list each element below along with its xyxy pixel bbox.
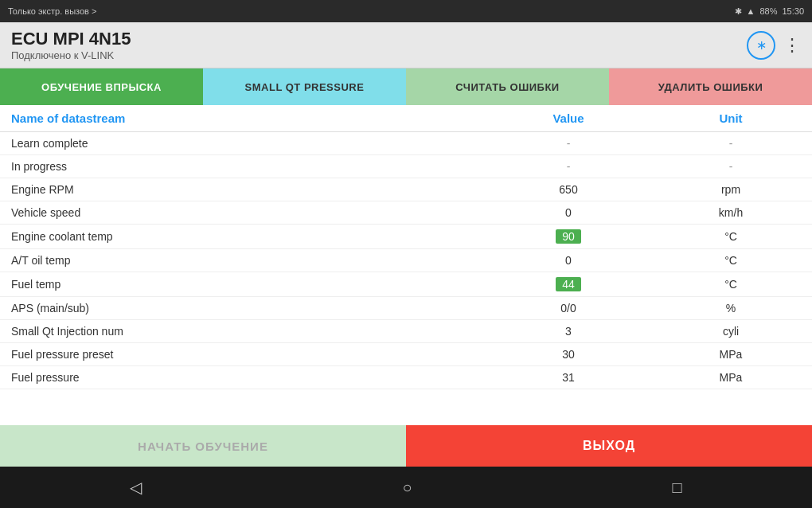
row-value: 44 <box>487 272 650 297</box>
wifi-status-icon: ▲ <box>747 6 755 16</box>
injection-button[interactable]: ОБУЧЕНИЕ ВПРЫСКА <box>0 68 203 105</box>
row-name: A/T oil temp <box>0 249 487 272</box>
row-unit: cyli <box>650 320 812 343</box>
nav-bar: ◁ ○ □ <box>0 467 812 508</box>
col-header-name: Name of datastream <box>0 105 487 132</box>
row-unit: °C <box>650 225 812 249</box>
app-container: ECU MPI 4N15 Подключено к V-LINK ∗ ⋮ ОБУ… <box>0 22 812 467</box>
start-learning-button[interactable]: НАЧАТЬ ОБУЧЕНИЕ <box>0 425 406 467</box>
header-title-block: ECU MPI 4N15 Подключено к V-LINK <box>11 29 131 61</box>
row-value: 90 <box>487 225 650 249</box>
row-unit: MPa <box>650 343 812 366</box>
ecu-title: ECU MPI 4N15 <box>11 29 131 49</box>
col-header-unit: Unit <box>650 105 812 132</box>
row-unit: °C <box>650 249 812 272</box>
row-unit: km/h <box>650 201 812 225</box>
table-row: In progress-- <box>0 155 812 178</box>
bottom-bar: НАЧАТЬ ОБУЧЕНИЕ ВЫХОД <box>0 425 812 467</box>
row-name: In progress <box>0 155 487 178</box>
row-name: Fuel temp <box>0 272 487 297</box>
row-value: 0 <box>487 249 650 272</box>
col-header-value: Value <box>487 105 650 132</box>
table-row: Small Qt Injection num3cyli <box>0 320 812 343</box>
more-dots-icon: ⋮ <box>783 35 801 55</box>
read-errors-button[interactable]: СЧИТАТЬ ОШИБКИ <box>406 68 609 105</box>
table-row: Fuel temp44°C <box>0 272 812 297</box>
row-value: 650 <box>487 178 650 201</box>
row-value: 31 <box>487 366 650 389</box>
table-row: Vehicle speed0km/h <box>0 201 812 225</box>
row-unit: °C <box>650 272 812 297</box>
datastream-table-container: Name of datastream Value Unit Learn comp… <box>0 105 812 425</box>
table-row: Fuel pressure preset30MPa <box>0 343 812 366</box>
exit-button[interactable]: ВЫХОД <box>406 425 812 467</box>
battery-status: 88% <box>759 6 777 16</box>
row-value: 0/0 <box>487 297 650 320</box>
row-name: Fuel pressure <box>0 366 487 389</box>
row-unit: rpm <box>650 178 812 201</box>
row-value: - <box>487 132 650 155</box>
recents-nav-button[interactable]: □ <box>672 479 681 497</box>
delete-errors-button[interactable]: УДАЛИТЬ ОШИБКИ <box>609 68 812 105</box>
row-unit: MPa <box>650 366 812 389</box>
table-row: Fuel pressure31MPa <box>0 366 812 389</box>
row-name: Learn complete <box>0 132 487 155</box>
header-icons: ∗ ⋮ <box>747 31 801 60</box>
table-header-row: Name of datastream Value Unit <box>0 105 812 132</box>
row-value: 3 <box>487 320 650 343</box>
row-value: 30 <box>487 343 650 366</box>
table-row: APS (main/sub)0/0% <box>0 297 812 320</box>
table-row: Engine RPM650rpm <box>0 178 812 201</box>
row-name: Fuel pressure preset <box>0 343 487 366</box>
row-unit: - <box>650 155 812 178</box>
row-value: 0 <box>487 201 650 225</box>
table-body: Learn complete--In progress--Engine RPM6… <box>0 132 812 389</box>
bluetooth-icon: ∗ <box>756 37 767 53</box>
more-button[interactable]: ⋮ <box>783 35 801 56</box>
row-name: Small Qt Injection num <box>0 320 487 343</box>
status-bar-right: ✱ ▲ 88% 15:30 <box>735 6 804 17</box>
row-name: APS (main/sub) <box>0 297 487 320</box>
action-button-row: ОБУЧЕНИЕ ВПРЫСКА SMALL QT PRESSURE СЧИТА… <box>0 68 812 105</box>
row-unit: % <box>650 297 812 320</box>
table-row: Learn complete-- <box>0 132 812 155</box>
row-name: Vehicle speed <box>0 201 487 225</box>
time-display: 15:30 <box>782 6 804 16</box>
row-unit: - <box>650 132 812 155</box>
row-name: Engine coolant temp <box>0 225 487 249</box>
status-bar-left: Только экстр. вызов > <box>8 6 96 16</box>
pressure-button[interactable]: SMALL QT PRESSURE <box>203 68 406 105</box>
highlight-value: 90 <box>556 229 581 244</box>
bluetooth-status-icon: ✱ <box>735 6 742 17</box>
back-nav-button[interactable]: ◁ <box>130 478 142 497</box>
table-row: A/T oil temp0°C <box>0 249 812 272</box>
highlight-value: 44 <box>556 277 581 291</box>
header: ECU MPI 4N15 Подключено к V-LINK ∗ ⋮ <box>0 22 812 68</box>
datastream-table: Name of datastream Value Unit Learn comp… <box>0 105 812 389</box>
bluetooth-button[interactable]: ∗ <box>747 31 775 60</box>
table-row: Engine coolant temp90°C <box>0 225 812 249</box>
row-name: Engine RPM <box>0 178 487 201</box>
connection-subtitle: Подключено к V-LINK <box>11 49 131 61</box>
home-nav-button[interactable]: ○ <box>402 479 412 497</box>
status-call-text: Только экстр. вызов > <box>8 6 96 16</box>
status-bar: Только экстр. вызов > ✱ ▲ 88% 15:30 <box>0 0 812 22</box>
row-value: - <box>487 155 650 178</box>
